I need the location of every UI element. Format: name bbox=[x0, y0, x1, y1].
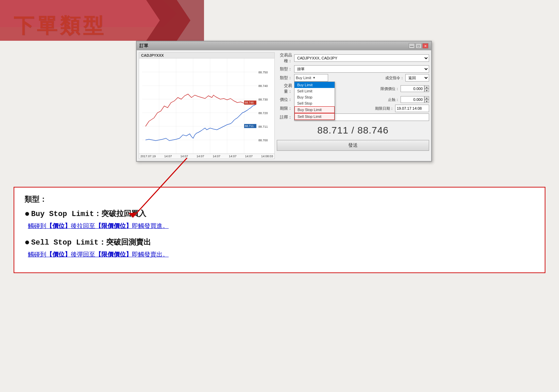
product-row: 交易品種： CADJPYXXX, CAD/JPY bbox=[277, 52, 429, 64]
dropdown-item-sell-stop-limit[interactable]: Sell Stop Limit bbox=[294, 113, 335, 120]
type1-row: 類型： 掛單 bbox=[277, 65, 429, 73]
chart-symbol: CADJPYXXX bbox=[139, 53, 274, 58]
dropdown-item-sell-limit[interactable]: Sell Limit bbox=[294, 88, 335, 94]
stop-down-btn[interactable]: ▼ bbox=[424, 100, 429, 103]
dropdown-item-buy-stop[interactable]: Buy Stop bbox=[294, 94, 335, 100]
exp-type-label: 類型： bbox=[24, 194, 535, 204]
svg-text:88.700: 88.700 bbox=[258, 139, 268, 142]
send-button[interactable]: 發送 bbox=[277, 140, 429, 151]
exp-bullet-buy: ● bbox=[24, 209, 30, 219]
exp-item-sell-stop-limit: ●Sell Stop Limit：突破回測賣出 觸碰到【價位】後彈回至【限價價位… bbox=[24, 237, 535, 260]
header-area: 下單類型 bbox=[0, 0, 559, 44]
type1-label: 類型： bbox=[277, 66, 292, 72]
bid-ask-display: 88.711 / 88.746 bbox=[277, 122, 429, 139]
product-label: 交易品種： bbox=[277, 52, 292, 64]
form-area: 交易品種： CADJPYXXX, CAD/JPY 類型： 掛單 類型： bbox=[277, 52, 429, 159]
svg-text:88.720: 88.720 bbox=[258, 111, 268, 115]
svg-text:88.750: 88.750 bbox=[258, 71, 268, 74]
chart-time-labels: 2017.07.19 14:07 14:07 14:07 14:07 14:07… bbox=[139, 154, 274, 159]
window-title-text: 訂單 bbox=[139, 43, 148, 49]
stop-label: 止蝕： bbox=[388, 97, 399, 102]
type2-value: Buy Limit bbox=[296, 76, 311, 80]
limit-price-spinner-btns: ▲ ▼ bbox=[424, 85, 429, 92]
svg-text:88.746: 88.746 bbox=[245, 101, 254, 104]
bracket-limit-sell: 【限價價位】 bbox=[95, 251, 132, 258]
type2-dropdown-container: Buy Limit ▼ Buy Limit Sell Limit Buy Sto… bbox=[294, 74, 328, 82]
expiry-group: 期限日期： bbox=[375, 105, 429, 112]
expiry-label: 期限日期： bbox=[375, 106, 394, 111]
limit-price-group: 限價價位： ▲ ▼ bbox=[380, 85, 429, 92]
bracket-limit-price: 【限價價位】 bbox=[95, 222, 132, 229]
exp-title-buy: ●Buy Stop Limit：突破拉回買入 bbox=[24, 209, 535, 219]
limit-price-input[interactable] bbox=[401, 85, 424, 92]
dropdown-arrow-icon: ▼ bbox=[312, 76, 316, 79]
limit-price-down-btn[interactable]: ▼ bbox=[424, 89, 429, 92]
window-titlebar: 訂單 — □ ✕ bbox=[137, 41, 431, 50]
stop-input[interactable] bbox=[401, 96, 424, 103]
svg-text:88.711: 88.711 bbox=[258, 125, 268, 128]
limit-price-spinner: ▲ ▼ bbox=[401, 85, 429, 92]
type2-selected[interactable]: Buy Limit ▼ bbox=[294, 74, 328, 82]
exp-desc-buy: 觸碰到【價位】後拉回至【限價價位】即觸發買進。 bbox=[28, 221, 535, 231]
minimize-button[interactable]: — bbox=[409, 43, 415, 49]
explanation-box: 類型： ●Buy Stop Limit：突破拉回買入 觸碰到【價位】後拉回至【限… bbox=[14, 187, 545, 273]
type2-row: 類型： Buy Limit ▼ Buy Limit Sell Limit Buy… bbox=[277, 74, 429, 82]
fill-select[interactable]: 返回 bbox=[405, 74, 429, 82]
type2-dropdown-menu: Buy Limit Sell Limit Buy Stop Sell Stop … bbox=[294, 82, 335, 120]
maximize-button[interactable]: □ bbox=[416, 43, 422, 49]
limit-price-up-btn[interactable]: ▲ bbox=[424, 85, 429, 89]
exp-desc-sell-text: 觸碰到【價位】後彈回至【限價價位】即觸發賣出。 bbox=[28, 251, 169, 258]
chart-area: CADJPYXXX bbox=[139, 52, 275, 159]
close-button[interactable]: ✕ bbox=[422, 43, 428, 49]
chart-canvas: 88.750 88.740 88.730 88.720 88.711 88.70… bbox=[139, 58, 274, 154]
exp-desc-buy-text: 觸碰到【價位】後拉回至【限價價位】即觸發買進。 bbox=[28, 222, 169, 229]
exp-title-sell: ●Sell Stop Limit：突破回測賣出 bbox=[24, 237, 535, 248]
exp-code-sell: Sell Stop Limit bbox=[31, 238, 99, 247]
exp-item-buy-stop-limit: ●Buy Stop Limit：突破拉回買入 觸碰到【價位】後拉回至【限價價位】… bbox=[24, 209, 535, 231]
exp-code-buy: Buy Stop Limit bbox=[31, 210, 94, 218]
type2-label: 類型： bbox=[277, 74, 292, 81]
exp-bullet-sell: ● bbox=[24, 237, 30, 248]
period-label: 期限： bbox=[277, 106, 292, 111]
exp-suffix-sell: ：突破回測賣出 bbox=[99, 238, 151, 247]
product-select[interactable]: CADJPYXXX, CAD/JPY bbox=[294, 54, 429, 62]
page-title: 下單類型 bbox=[10, 6, 559, 40]
fill-group: 成交指令： 返回 bbox=[385, 74, 429, 82]
svg-text:88.740: 88.740 bbox=[258, 84, 268, 88]
bracket-price: 【價位】 bbox=[46, 222, 71, 229]
chart-svg: 88.750 88.740 88.730 88.720 88.711 88.70… bbox=[139, 58, 274, 154]
price-label: 價位： bbox=[277, 97, 292, 103]
type1-select[interactable]: 掛單 bbox=[294, 65, 429, 73]
exp-suffix-buy: ：突破拉回買入 bbox=[94, 210, 146, 218]
stop-group: 止蝕： ▲ ▼ bbox=[388, 96, 429, 103]
window-controls: — □ ✕ bbox=[409, 43, 428, 49]
svg-text:88.730: 88.730 bbox=[258, 98, 268, 101]
svg-text:88.711: 88.711 bbox=[245, 124, 254, 128]
bracket-price-sell: 【價位】 bbox=[46, 251, 71, 258]
expiry-input[interactable] bbox=[395, 105, 429, 112]
main-content: 訂單 — □ ✕ CADJPYXXX bbox=[0, 44, 559, 280]
note-label: 註釋： bbox=[277, 114, 292, 120]
stop-spinner: ▲ ▼ bbox=[401, 96, 429, 103]
fill-label: 成交指令： bbox=[385, 75, 404, 81]
dropdown-item-sell-stop[interactable]: Sell Stop bbox=[294, 100, 335, 106]
stop-up-btn[interactable]: ▲ bbox=[424, 96, 429, 100]
limit-price-label: 限價價位： bbox=[380, 86, 399, 91]
dropdown-item-buy-stop-limit[interactable]: Buy Stop Limit bbox=[294, 106, 335, 113]
volume-label: 交易量： bbox=[277, 83, 292, 94]
stop-spinner-btns: ▲ ▼ bbox=[424, 96, 429, 103]
window-body: CADJPYXXX bbox=[137, 50, 431, 161]
dropdown-item-buy-limit[interactable]: Buy Limit bbox=[294, 82, 335, 88]
trading-window: 訂單 — □ ✕ CADJPYXXX bbox=[136, 41, 432, 162]
exp-desc-sell: 觸碰到【價位】後彈回至【限價價位】即觸發賣出。 bbox=[28, 250, 535, 260]
